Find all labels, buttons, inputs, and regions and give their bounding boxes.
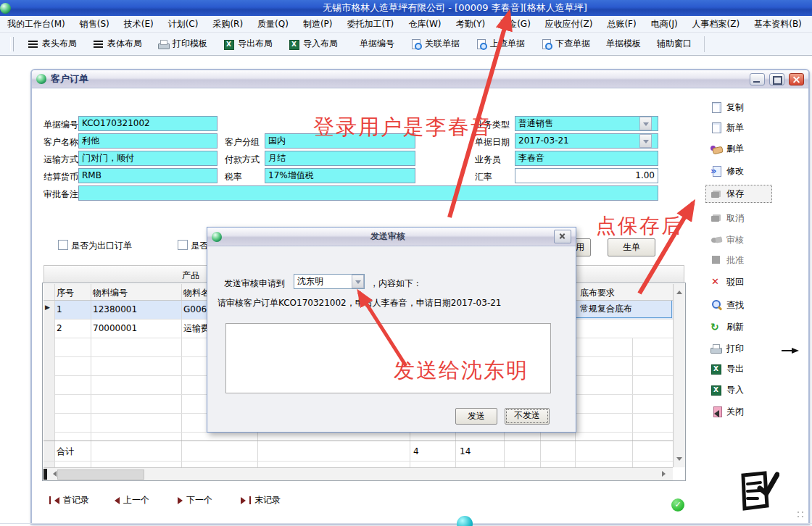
scroll-down-icon[interactable] bbox=[676, 457, 682, 464]
toolbar-button[interactable]: 关联单据 bbox=[402, 38, 468, 50]
search-icon bbox=[710, 299, 722, 311]
chevron-down-icon[interactable] bbox=[352, 275, 364, 288]
toolbar-button[interactable]: 单据模板 bbox=[598, 38, 649, 50]
tax-field[interactable]: 17%增值税 bbox=[265, 168, 415, 183]
menu-item[interactable]: 采购(R) bbox=[205, 18, 250, 30]
nav-first-button[interactable]: 首记录 bbox=[49, 494, 89, 506]
new-button[interactable]: 新单 bbox=[710, 120, 780, 135]
menu-bar: 我的工作台(M) 销售(S) 技术(E) 计划(C) 采购(R) 质量(Q) 制… bbox=[0, 16, 812, 33]
menu-item[interactable]: 制造(P) bbox=[296, 18, 340, 30]
menu-item[interactable]: 应收应付(Z) bbox=[538, 18, 600, 30]
send-button[interactable]: 发送 bbox=[455, 408, 497, 425]
doc-no-field[interactable]: KCO170321002 bbox=[78, 116, 218, 131]
total-amount: 14 bbox=[460, 443, 496, 460]
toolbar-button[interactable]: 下查单据 bbox=[533, 38, 598, 50]
no-send-button[interactable]: 不发送 bbox=[505, 408, 550, 425]
close-window-button[interactable]: 关闭 bbox=[710, 404, 780, 419]
currency-field[interactable]: RMB bbox=[78, 168, 218, 183]
export-order-checkbox[interactable] bbox=[58, 240, 68, 250]
menu-item[interactable]: 委托加工(T) bbox=[340, 18, 402, 30]
customer-field[interactable]: 利他 bbox=[78, 133, 218, 149]
chevron-down-icon[interactable] bbox=[639, 134, 652, 148]
copy-doc-icon bbox=[710, 101, 722, 113]
scroll-left-icon[interactable] bbox=[50, 471, 57, 477]
field-label: 客户名称 bbox=[44, 136, 78, 149]
cell-seq[interactable]: 2 bbox=[57, 320, 88, 337]
refresh-button[interactable]: 刷新 bbox=[710, 319, 780, 335]
toolbar-button[interactable]: 表体布局 bbox=[85, 38, 150, 50]
dialog-titlebar[interactable]: 发送审核 bbox=[207, 227, 576, 246]
vertical-scrollbar[interactable] bbox=[673, 284, 685, 467]
menu-item[interactable]: 考勤(Y) bbox=[448, 18, 492, 30]
menu-item[interactable]: 资金(G) bbox=[492, 18, 538, 30]
import-button[interactable]: 导入 bbox=[710, 382, 780, 398]
annotation-after-save: 点保存后 bbox=[596, 212, 683, 240]
toolbar-button[interactable]: 表头布局 bbox=[20, 38, 85, 50]
doc-date-field[interactable]: 2017-03-21 bbox=[515, 133, 658, 149]
menu-item[interactable]: 电商(J) bbox=[644, 18, 685, 30]
menu-item[interactable]: 总账(F) bbox=[600, 18, 643, 30]
maximize-button[interactable] bbox=[769, 73, 784, 85]
scroll-up-icon[interactable] bbox=[676, 288, 682, 294]
reject-x-icon bbox=[710, 276, 722, 288]
export-button[interactable]: 导出 bbox=[710, 361, 780, 377]
toolbar-button[interactable]: 单据编号 bbox=[352, 38, 402, 50]
nav-next-button[interactable]: 下一个 bbox=[178, 494, 212, 506]
transport-field[interactable]: 门对门，顺付 bbox=[78, 151, 218, 166]
toolbar-button[interactable]: 辅助窗口 bbox=[649, 38, 700, 50]
scroll-right-icon[interactable] bbox=[662, 471, 668, 477]
scrollbar-thumb[interactable] bbox=[57, 469, 144, 480]
payment-field[interactable]: 月结 bbox=[265, 151, 415, 166]
menu-item[interactable]: 计划(C) bbox=[161, 18, 206, 30]
cell-code[interactable]: 12380001 bbox=[93, 301, 178, 318]
toolbar-button[interactable]: 导出布局 bbox=[215, 38, 281, 50]
app-logo-icon bbox=[0, 3, 11, 14]
biz-type-field[interactable]: 普通销售 bbox=[515, 116, 658, 131]
reject-button[interactable]: 驳回 bbox=[710, 274, 780, 290]
minimize-button[interactable] bbox=[750, 73, 765, 85]
menu-item[interactable]: 质量(Q) bbox=[250, 18, 296, 30]
menu-item[interactable]: 仓库(W) bbox=[401, 18, 448, 30]
resize-grip[interactable] bbox=[796, 510, 805, 519]
menu-item[interactable]: 销售(S) bbox=[72, 18, 117, 30]
printer-icon bbox=[158, 38, 170, 50]
cell-backing[interactable]: 常规复合底布 bbox=[576, 300, 672, 318]
menu-item[interactable]: 人事档案(Z) bbox=[685, 18, 747, 30]
refresh-icon bbox=[710, 321, 722, 333]
menu-item[interactable]: 基本资料(B) bbox=[747, 18, 809, 30]
create-order-button[interactable]: 生单 bbox=[608, 238, 655, 256]
send-audit-dialog: 发送审核 发送审核申请到 沈东明 ，内容如下： 请审核客户订单KCO170321… bbox=[207, 227, 576, 433]
modify-button[interactable]: 修改 bbox=[710, 163, 780, 179]
toolbar-button[interactable]: 导入布局 bbox=[281, 38, 346, 50]
menu-item[interactable]: 我的工作台(M) bbox=[0, 18, 72, 30]
rate-field[interactable]: 1.00 bbox=[515, 168, 658, 183]
salesman-field[interactable]: 李春音 bbox=[515, 151, 658, 166]
order-window-titlebar[interactable]: 客户订单 bbox=[32, 70, 808, 88]
list-icon bbox=[93, 38, 104, 50]
approve-button: 批准 bbox=[710, 252, 780, 268]
signature-doc-icon bbox=[736, 469, 779, 514]
cell-seq[interactable]: 1 bbox=[57, 301, 88, 318]
horizontal-scrollbar[interactable] bbox=[44, 467, 673, 480]
dialog-close-icon[interactable] bbox=[554, 230, 571, 243]
toolbar-button[interactable]: 打印模板 bbox=[150, 38, 215, 50]
column-header[interactable]: 底布要求 bbox=[580, 287, 615, 299]
nav-last-button[interactable]: 末记录 bbox=[241, 494, 281, 506]
print-button[interactable]: 打印 bbox=[710, 341, 780, 356]
copy-button[interactable]: 复制 bbox=[710, 99, 780, 115]
toolbar-button[interactable]: 上查单据 bbox=[468, 38, 533, 50]
nav-prev-button[interactable]: 上一个 bbox=[115, 494, 149, 506]
find-button[interactable]: 查找 bbox=[710, 297, 780, 313]
menu-item[interactable]: 技术(E) bbox=[117, 18, 161, 30]
column-header[interactable]: 序号 bbox=[57, 287, 74, 299]
approve-note-field[interactable] bbox=[78, 185, 658, 201]
cell-code[interactable]: 70000001 bbox=[93, 320, 178, 337]
delete-button[interactable]: 删单 bbox=[710, 141, 780, 156]
chevron-down-icon[interactable] bbox=[639, 117, 652, 130]
save-button[interactable]: 保存 bbox=[705, 185, 772, 203]
close-button[interactable] bbox=[789, 73, 804, 85]
column-header[interactable]: 物料编号 bbox=[93, 287, 128, 299]
checkbox[interactable] bbox=[178, 240, 188, 250]
excel-icon bbox=[710, 363, 722, 375]
menu-item[interactable]: 系统管理(X) bbox=[809, 18, 812, 30]
